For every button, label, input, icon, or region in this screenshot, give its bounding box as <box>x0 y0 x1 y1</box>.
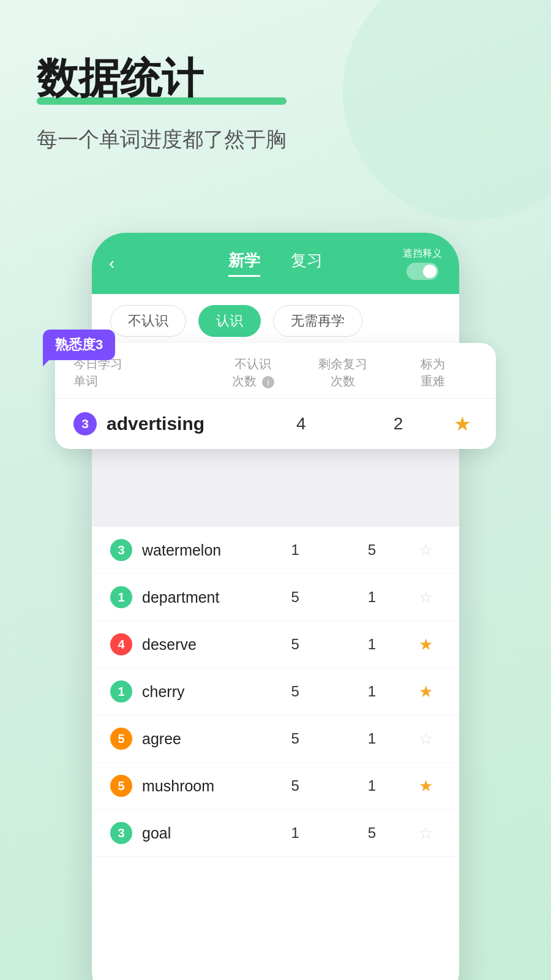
word-row-cherry: 1 cherry 5 1 ★ <box>92 668 459 715</box>
tab-new-words[interactable]: 新学 <box>228 250 260 277</box>
toggle-switch[interactable] <box>407 263 438 280</box>
level-badge: 5 <box>110 775 132 797</box>
unrecognized-count: 1 <box>257 824 334 842</box>
filter-unrecognized[interactable]: 不认识 <box>110 305 186 337</box>
remaining-count: 1 <box>334 636 410 653</box>
col-remaining: 剩余复习 次数 <box>298 355 388 390</box>
filter-no-need[interactable]: 无需再学 <box>273 305 362 337</box>
word-label: mushroom <box>142 777 257 795</box>
highlighted-level-badge: 3 <box>73 412 97 435</box>
word-list-container: 3 watermelon 1 5 ☆ 1 department 5 1 ☆ 4 … <box>92 527 459 980</box>
highlighted-remaining: 2 <box>350 414 447 434</box>
level-badge: 5 <box>110 728 132 750</box>
tab-container: 新学 复习 <box>228 250 323 277</box>
highlighted-word-row: 3 advertising 4 2 ★ <box>55 399 496 449</box>
level-badge: 3 <box>110 822 132 844</box>
word-label: watermelon <box>142 541 257 559</box>
stats-card: 熟悉度3 今日学习 单词 不认识 次数 i 剩余复习 次数 标为 重难 3 ad… <box>55 343 496 449</box>
level-badge: 1 <box>110 586 132 608</box>
word-row-mushroom: 5 mushroom 5 1 ★ <box>92 763 459 810</box>
unrecognized-count: 5 <box>257 730 334 747</box>
back-button[interactable]: ‹ <box>109 254 114 273</box>
unrecognized-count: 5 <box>257 636 334 653</box>
toggle-area: 遮挡释义 <box>403 247 442 280</box>
star-button[interactable]: ☆ <box>410 541 441 560</box>
word-label: department <box>142 589 257 606</box>
col-unrecognized: 不认识 次数 i <box>208 355 298 390</box>
page-title: 数据统计 <box>37 55 287 101</box>
star-button[interactable]: ☆ <box>410 824 441 843</box>
level-badge: 4 <box>110 633 132 655</box>
familiarity-tooltip: 熟悉度3 <box>43 330 115 360</box>
highlighted-word: advertising <box>107 413 252 434</box>
star-button[interactable]: ☆ <box>410 588 441 607</box>
remaining-count: 5 <box>334 541 410 559</box>
star-button[interactable]: ★ <box>410 682 441 701</box>
word-label: goal <box>142 824 257 842</box>
word-row-watermelon: 3 watermelon 1 5 ☆ <box>92 527 459 574</box>
filter-recognized[interactable]: 认识 <box>198 305 261 337</box>
level-badge: 3 <box>110 539 132 561</box>
word-row-goal: 3 goal 1 5 ☆ <box>92 810 459 857</box>
star-button[interactable]: ★ <box>410 635 441 654</box>
highlighted-star[interactable]: ★ <box>447 412 478 435</box>
filter-row: 不认识 认识 无需再学 <box>92 294 459 348</box>
remaining-count: 1 <box>334 777 410 794</box>
level-badge: 1 <box>110 680 132 703</box>
word-label: deserve <box>142 636 257 654</box>
star-button[interactable]: ☆ <box>410 729 441 748</box>
unrecognized-count: 5 <box>257 777 334 794</box>
word-label: cherry <box>142 683 257 701</box>
col-mark: 标为 重难 <box>388 355 478 390</box>
toggle-knob <box>423 265 437 278</box>
word-row-department: 1 department 5 1 ☆ <box>92 574 459 621</box>
remaining-count: 1 <box>334 683 410 700</box>
remaining-count: 1 <box>334 589 410 606</box>
remaining-count: 1 <box>334 730 410 747</box>
header-area: 数据统计 每一个单词进度都了然于胸 <box>37 55 287 154</box>
col-today-words: 今日学习 单词 <box>73 355 208 390</box>
page-subtitle: 每一个单词进度都了然于胸 <box>37 126 287 154</box>
tab-review[interactable]: 复习 <box>291 250 323 277</box>
unrecognized-count: 5 <box>257 683 334 700</box>
highlighted-unrecognized: 4 <box>252 414 350 434</box>
toggle-label: 遮挡释义 <box>403 247 442 260</box>
bg-decoration <box>343 0 551 221</box>
stats-header: 今日学习 单词 不认识 次数 i 剩余复习 次数 标为 重难 <box>55 343 496 399</box>
unrecognized-count: 5 <box>257 589 334 606</box>
word-label: agree <box>142 730 257 748</box>
word-row-deserve: 4 deserve 5 1 ★ <box>92 621 459 668</box>
star-button[interactable]: ★ <box>410 777 441 796</box>
remaining-count: 5 <box>334 824 410 842</box>
word-row-agree: 5 agree 5 1 ☆ <box>92 715 459 763</box>
top-navigation-bar: ‹ 新学 复习 遮挡释义 <box>92 233 459 294</box>
unrecognized-count: 1 <box>257 541 334 559</box>
info-icon[interactable]: i <box>262 376 274 388</box>
